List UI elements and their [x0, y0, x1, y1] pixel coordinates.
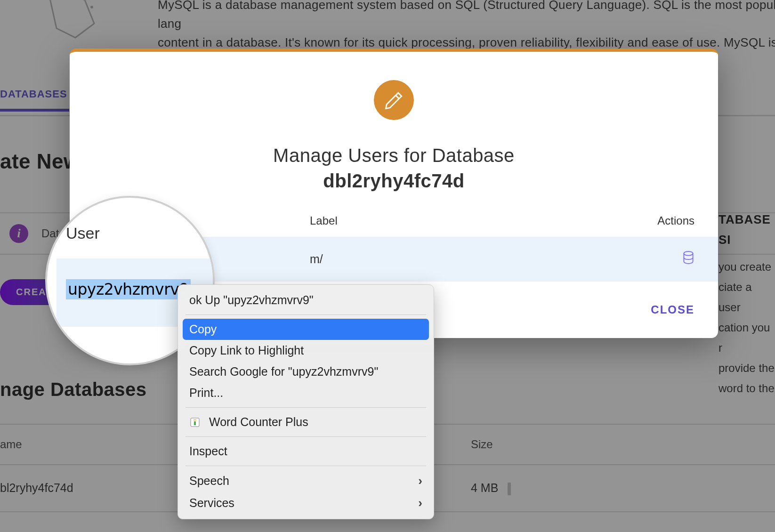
menu-item-speech[interactable]: Speech ›	[178, 470, 434, 492]
menu-item-word-counter-plus[interactable]: Word Counter Plus	[178, 411, 434, 433]
menu-item-lookup[interactable]: ok Up "upyz2vhzmvrv9"	[178, 290, 434, 311]
database-icon[interactable]	[682, 251, 694, 268]
menu-item-print[interactable]: Print...	[178, 382, 434, 403]
close-button[interactable]: CLOSE	[646, 298, 699, 322]
magnifier-header: User	[57, 221, 213, 258]
context-menu: ok Up "upyz2vhzmvrv9" Copy Copy Link to …	[178, 284, 434, 519]
svg-point-1	[684, 251, 693, 256]
menu-item-copy[interactable]: Copy	[183, 319, 429, 340]
menu-separator	[186, 466, 426, 466]
col-header-label: Label	[310, 214, 629, 227]
svg-rect-3	[194, 419, 196, 420]
menu-item-inspect[interactable]: Inspect	[178, 441, 434, 462]
menu-item-services[interactable]: Services ›	[178, 492, 434, 514]
extension-icon	[189, 417, 201, 428]
pencil-icon	[374, 80, 414, 120]
menu-item-copy-link-to-highlight[interactable]: Copy Link to Highlight	[178, 340, 434, 361]
modal-title: Manage Users for Database dbl2ryhy4fc74d	[89, 143, 699, 193]
chevron-right-icon: ›	[418, 474, 422, 488]
selected-text[interactable]: upyz2vhzmvrv9	[66, 279, 191, 299]
row-actions	[629, 251, 694, 268]
menu-separator	[186, 314, 426, 315]
modal-database-name: dbl2ryhy4fc74d	[323, 170, 464, 191]
chevron-right-icon: ›	[418, 496, 422, 510]
label-value: m/	[310, 252, 629, 266]
col-header-actions: Actions	[629, 214, 694, 227]
menu-item-search-google[interactable]: Search Google for "upyz2vhzmvrv9"	[178, 361, 434, 382]
menu-separator	[186, 407, 426, 408]
svg-rect-4	[194, 421, 196, 425]
menu-separator	[186, 436, 426, 437]
